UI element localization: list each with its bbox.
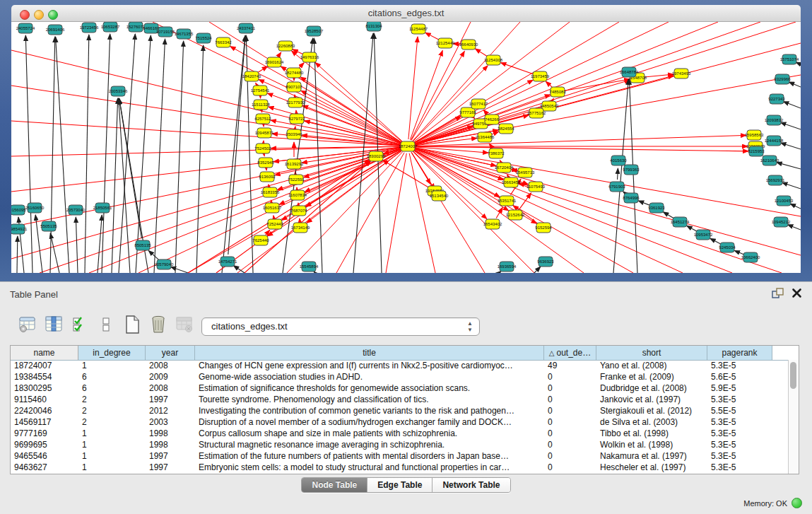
network-node[interactable]: 12125449: [436, 38, 455, 48]
cell-out_degree[interactable]: 0: [544, 394, 596, 405]
cell-out_degree[interactable]: 49: [544, 360, 596, 371]
network-node[interactable]: 7522591: [288, 175, 305, 185]
cell-short[interactable]: de Silva et al. (2003): [596, 416, 707, 428]
cell-in_degree[interactable]: 1: [78, 450, 146, 462]
column-settings-button[interactable]: [18, 315, 37, 334]
new-column-button[interactable]: [123, 315, 141, 334]
tab-node-table[interactable]: Node Table: [302, 478, 367, 492]
network-node[interactable]: 8131304: [365, 22, 382, 31]
cell-pagerank[interactable]: 5.6E-5: [707, 371, 772, 382]
cell-pagerank[interactable]: 5.3E-5: [707, 428, 772, 439]
column-header-out_de[interactable]: △out_de…: [544, 346, 596, 360]
cell-pagerank[interactable]: 5.5E-5: [707, 405, 772, 416]
cell-title[interactable]: Tourette syndrome. Phenomenology and cla…: [195, 394, 544, 405]
cell-title[interactable]: Investigating the contribution of common…: [195, 405, 544, 416]
network-node[interactable]: 21364486: [476, 132, 495, 142]
cell-pagerank[interactable]: 5.3E-5: [707, 360, 772, 371]
cell-year[interactable]: 1997: [146, 394, 195, 405]
column-header-pagerank[interactable]: pagerank: [707, 346, 772, 360]
network-node[interactable]: 14976316: [300, 52, 319, 62]
network-node[interactable]: 4015630: [610, 156, 627, 165]
table-row[interactable]: 977716911998Corpus callosum shape and si…: [11, 428, 788, 439]
cell-year[interactable]: 2008: [146, 360, 195, 371]
network-node[interactable]: 12152642: [506, 210, 525, 220]
network-node[interactable]: 4257512: [254, 114, 271, 124]
network-node[interactable]: 15134540: [430, 191, 449, 201]
table-row[interactable]: 2242004622012Investigating the contribut…: [11, 405, 788, 416]
network-node[interactable]: 12260883: [276, 41, 295, 51]
network-node[interactable]: 24055724: [16, 23, 35, 33]
network-node[interactable]: 11973459: [531, 71, 550, 81]
network-node[interactable]: 9245034: [719, 243, 736, 252]
float-panel-icon[interactable]: [772, 288, 784, 303]
select-columns-button[interactable]: [45, 315, 63, 334]
cell-short[interactable]: Stergiakouli et al. (2012): [596, 405, 707, 416]
network-node[interactable]: 9636923: [537, 257, 554, 267]
cell-year[interactable]: 1997: [146, 450, 195, 462]
network-node[interactable]: 11254487: [409, 24, 428, 34]
cell-pagerank[interactable]: 5.9E-5: [707, 382, 772, 394]
network-node[interactable]: 11075493: [526, 182, 546, 192]
cell-in_degree[interactable]: 1: [78, 428, 146, 439]
network-node[interactable]: 16901624: [265, 57, 284, 67]
cell-title[interactable]: Estimation of significance thresholds fo…: [195, 382, 544, 394]
network-node[interactable]: 3503946: [286, 129, 302, 139]
cell-title[interactable]: Disruption of a novel member of a sodium…: [195, 416, 544, 428]
network-node[interactable]: 15751074: [780, 54, 799, 64]
cell-pagerank[interactable]: 5.3E-5: [707, 462, 772, 473]
network-node[interactable]: 15692931: [766, 175, 785, 185]
network-node[interactable]: 15545894: [300, 262, 319, 271]
table-row[interactable]: 1938455462009Genome-wide association stu…: [11, 371, 788, 382]
cell-name[interactable]: 9465546: [11, 450, 78, 462]
cell-short[interactable]: Jankovic et al. (1997): [596, 394, 707, 405]
network-node[interactable]: 15495713: [516, 168, 535, 177]
network-node[interactable]: 9361923: [648, 203, 665, 213]
network-node[interactable]: 16183356: [261, 187, 280, 197]
cell-pagerank[interactable]: 5.3E-5: [707, 450, 772, 462]
network-node[interactable]: 8907107: [286, 82, 302, 92]
cell-title[interactable]: Corpus callosum shape and size in male p…: [195, 428, 544, 439]
network-node[interactable]: 9227343: [768, 94, 785, 104]
network-node[interactable]: 10945871: [255, 128, 274, 138]
cell-in_degree[interactable]: 1: [78, 360, 146, 371]
cell-in_degree[interactable]: 2: [78, 416, 146, 428]
cell-name[interactable]: 14569117: [11, 416, 78, 428]
network-node[interactable]: 12444158: [765, 136, 784, 146]
network-node[interactable]: 12177930: [286, 98, 305, 107]
cell-out_degree[interactable]: 0: [544, 405, 596, 416]
cell-title[interactable]: Estimation of the future numbers of pati…: [195, 450, 544, 462]
network-node[interactable]: 21850561: [93, 203, 112, 213]
cell-short[interactable]: Wolkin et al. (1998): [596, 439, 707, 450]
network-node[interactable]: 10662400: [741, 252, 760, 262]
cell-out_degree[interactable]: 0: [544, 462, 596, 473]
network-node[interactable]: 18724007: [399, 141, 418, 151]
cell-out_degree[interactable]: 0: [544, 416, 596, 428]
network-node[interactable]: 5505135: [40, 221, 57, 231]
network-node[interactable]: 10663456: [502, 177, 521, 187]
memory-status-indicator[interactable]: [792, 498, 802, 508]
cell-in_degree[interactable]: 6: [78, 371, 146, 382]
network-node[interactable]: 16139292: [285, 159, 304, 169]
cell-year[interactable]: 2008: [146, 382, 195, 394]
network-node[interactable]: 20691406: [46, 25, 65, 35]
table-row[interactable]: 946554611997Estimation of the future num…: [11, 450, 788, 462]
cell-out_degree[interactable]: 0: [544, 428, 596, 439]
cell-year[interactable]: 2003: [146, 416, 195, 428]
network-node[interactable]: 12754541: [251, 86, 270, 95]
tab-edge-table[interactable]: Edge Table: [367, 478, 433, 492]
network-node[interactable]: 16648784: [620, 67, 639, 77]
network-node[interactable]: 15775162: [527, 108, 546, 118]
column-header-in_degree[interactable]: in_degree: [78, 346, 146, 360]
network-node[interactable]: 16077417: [469, 99, 488, 109]
close-panel-icon[interactable]: [792, 288, 802, 301]
cell-out_degree[interactable]: 0: [544, 382, 596, 394]
cell-year[interactable]: 1998: [146, 439, 195, 450]
network-node[interactable]: 25160650: [25, 203, 45, 213]
network-node[interactable]: 8764996: [623, 193, 640, 203]
cell-title[interactable]: Changes of HCN gene expression and I(f) …: [195, 360, 544, 371]
network-node[interactable]: 20053346: [109, 86, 128, 96]
network-node[interactable]: 7687074: [290, 206, 307, 216]
network-window-titlebar[interactable]: citations_edges.txt: [11, 5, 801, 22]
network-node[interactable]: 16720404: [495, 163, 514, 173]
network-node[interactable]: 16543402: [483, 219, 502, 229]
